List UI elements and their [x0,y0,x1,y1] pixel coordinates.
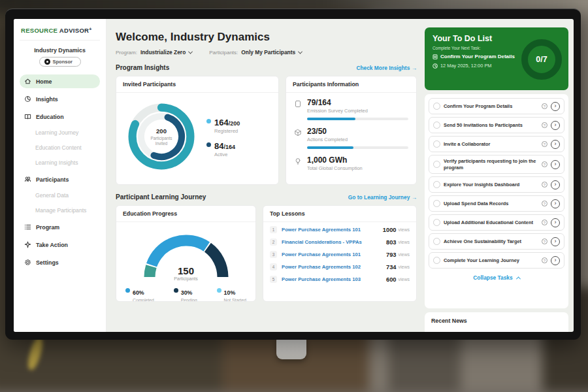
task-checkbox[interactable] [433,103,440,110]
go-to-learning-journey-link[interactable]: Go to Learning Journey → [348,194,417,201]
task-row[interactable]: Confirm Your Program Details ? › [429,98,564,114]
collapse-tasks-link[interactable]: Collapse Tasks [429,271,564,283]
chevron-right-icon[interactable]: › [551,160,560,169]
task-row[interactable]: Upload Additional Educational Content ? … [429,214,564,231]
help-icon[interactable]: ? [542,201,547,206]
chevron-right-icon[interactable]: › [551,180,560,189]
task-checkbox[interactable] [433,161,440,168]
chevron-right-icon[interactable]: › [551,237,560,246]
help-icon[interactable]: ? [542,257,547,263]
help-icon[interactable]: ? [542,141,547,147]
organization-name: Industry Dynamics [20,47,100,54]
lesson-row[interactable]: 3 Power Purchase Agreements 101 793 view… [263,248,416,261]
invited-participants-title: Invited Participants [116,76,278,93]
task-checkbox[interactable] [433,181,440,188]
participants-information-card: Participants Information 79/164 Emission… [286,76,417,185]
consumption-label: Total Global Consumption [307,165,408,171]
help-icon[interactable]: ? [542,161,547,167]
gauge-participants-label: Participants [137,276,235,281]
sidebar-item-manage-participants[interactable]: Manage Participants [20,205,100,216]
education-icon [24,113,31,120]
program-dropdown[interactable]: Program: Industrialize Zero [116,49,192,56]
lesson-row[interactable]: 1 Power Purchase Agreements 101 1000 vie… [263,223,416,236]
todo-due-date: 12 May 2025, 12:00 PM [433,63,517,69]
task-checkbox[interactable] [433,219,440,226]
participants-label: Participants: [209,50,238,56]
sidebar-item-learning-insights[interactable]: Learning Insights [20,157,100,168]
task-row[interactable]: Send 50 Invitations to Participants ? › [429,117,564,133]
sidebar-item-label: Learning Journey [35,129,78,136]
check-more-insights-link[interactable]: Check More Insights → [356,65,417,71]
lesson-row[interactable]: 4 Power Purchase Agreements 102 734 view… [263,261,416,273]
sidebar-item-home[interactable]: Home [20,74,100,88]
clock-icon [433,63,438,69]
lesson-row[interactable]: 5 Power Purchase Agreements 103 600 view… [263,273,416,286]
sidebar-item-education-content[interactable]: Education Content [20,142,100,153]
monitor-bezel: RESOURCE ADVISOR+ Industry Dynamics Spon… [5,8,581,340]
filters-row: Program: Industrialize Zero Participants… [116,49,417,56]
help-icon[interactable]: ? [542,182,547,188]
task-checkbox[interactable] [433,140,440,148]
chevron-right-icon[interactable]: › [551,199,560,208]
chevron-right-icon[interactable]: › [551,102,560,111]
task-row[interactable]: Verify participants requesting to join t… [429,155,564,174]
lesson-link[interactable]: Power Purchase Agreements 102 [282,264,386,270]
gauge-participants-count: 150 [137,265,235,276]
task-row[interactable]: Explore Your Insights Dashboard ? › [429,176,564,193]
sidebar-item-label: Take Action [36,242,68,248]
participants-dropdown[interactable]: Participants: Only My Participants [209,49,302,56]
task-row[interactable]: Complete Your Learning Journey ? › [429,252,564,269]
lesson-row[interactable]: 2 Financial Considerations - VPPAs 803 v… [263,236,416,248]
sidebar-item-education[interactable]: Education [20,110,100,123]
sidebar-item-settings[interactable]: Settings [20,255,100,269]
help-icon[interactable]: ? [542,238,547,244]
settings-icon [24,259,31,266]
todo-next-task: Confirm Your Program Details [433,54,517,59]
chevron-right-icon[interactable]: › [551,218,560,227]
sponsor-badge[interactable]: Sponsor [39,57,81,67]
journey-card-row: Education Progress 150 Participants [116,205,417,302]
sidebar-item-label: Education [36,114,64,120]
task-checkbox[interactable] [433,238,440,245]
top-lessons-card: Top Lessons 1 Power Purchase Agreements … [263,205,417,302]
logo-text-resource: RESOURCE [21,27,57,34]
sidebar-item-insights[interactable]: Insights [20,92,100,106]
document-icon [433,54,438,59]
lesson-link[interactable]: Financial Considerations - VPPAs [282,239,386,245]
lesson-link[interactable]: Power Purchase Agreements 101 [282,227,383,233]
sidebar-item-label: Home [36,78,52,85]
actions-icon [294,129,302,149]
legend-active: 84/164 Active [206,140,240,157]
sidebar-item-general-data[interactable]: General Data [20,190,100,201]
lesson-rank: 4 [270,263,277,270]
task-checkbox[interactable] [433,200,440,207]
help-icon[interactable]: ? [542,220,547,225]
task-checkbox[interactable] [433,122,440,129]
chevron-right-icon[interactable]: › [551,140,560,149]
task-row[interactable]: Invite a Collaborator ? › [429,136,564,152]
sidebar-item-learning-journey[interactable]: Learning Journey [20,127,100,138]
legend-pending: 30%Pending [174,286,197,302]
survey-value: 79/164 [307,98,408,107]
sidebar-item-participants[interactable]: Participants [20,172,100,186]
task-checkbox[interactable] [433,257,440,264]
help-icon[interactable]: ? [542,103,547,109]
registered-dot [206,119,211,123]
chevron-right-icon[interactable]: › [551,121,560,130]
education-progress-title: Education Progress [116,206,255,222]
consumption-icon [294,157,302,171]
learning-journey-header: Participant Learning Journey Go to Learn… [116,193,417,201]
lesson-link[interactable]: Power Purchase Agreements 103 [282,276,386,282]
gauge-center-label: 150 Participants [137,265,235,281]
arrow-right-icon: → [412,65,417,71]
help-icon[interactable]: ? [542,122,547,128]
chevron-right-icon[interactable]: › [551,256,560,265]
sidebar-item-program[interactable]: Program [20,220,100,234]
sidebar-item-take-action[interactable]: Take Action [20,238,100,252]
dashboard-screen: RESOURCE ADVISOR+ Industry Dynamics Spon… [14,19,574,332]
sidebar-item-label: Education Content [35,144,82,151]
task-row[interactable]: Achieve One Sustainability Target ? › [429,233,564,250]
task-row[interactable]: Upload Spend Data Records ? › [429,195,564,212]
survey-icon [294,100,302,120]
lesson-link[interactable]: Power Purchase Agreements 101 [282,252,386,257]
